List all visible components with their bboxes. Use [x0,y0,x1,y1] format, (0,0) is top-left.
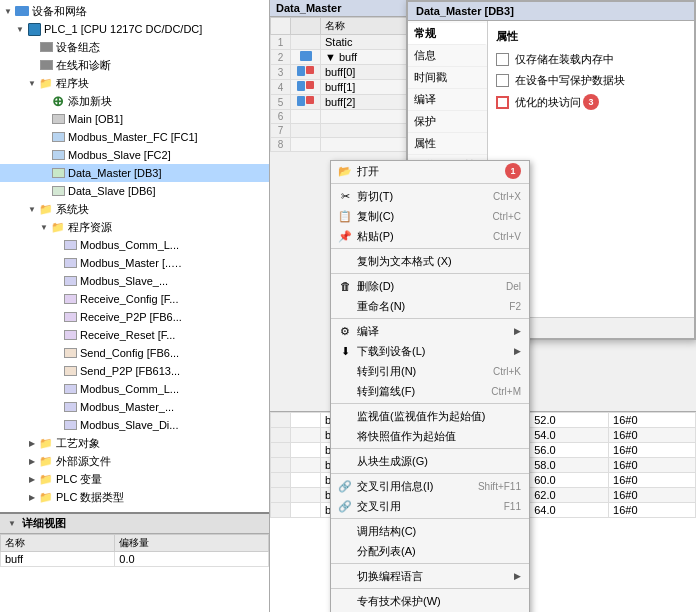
tree-item-modbus-comm-2[interactable]: Modbus_Comm_L... [0,380,269,398]
tree-item-data-slave-db6[interactable]: Data_Slave [DB6] [0,182,269,200]
db3-sidebar-编译[interactable]: 编译 [408,89,487,111]
tree-arrow-devices[interactable] [2,5,14,17]
cm-label-call-structure: 调用结构(C) [357,524,521,539]
lower-row-start: 16#0 [609,443,696,458]
cm-item-cross-ref[interactable]: 🔗交叉引用F11 [331,496,529,516]
row-number: 2 [271,50,291,65]
db3-checkbox-only-in-device[interactable] [496,53,509,66]
tree-item-data-master-db3[interactable]: Data_Master [DB3] [0,164,269,182]
tree-item-modbus-slave-fc2[interactable]: Modbus_Slave [FC2] [0,146,269,164]
cm-submenu-arrow-compile: ▶ [514,326,521,336]
tree-item-plc-data-types[interactable]: 📁PLC 数据类型 [0,488,269,506]
tree-item-receive-p2p[interactable]: Receive_P2P [FB6... [0,308,269,326]
tree-item-main-ob1[interactable]: Main [OB1] [0,110,269,128]
row-number: 1 [271,35,291,50]
tree-item-devices[interactable]: 设备和网络 [0,2,269,20]
tree-item-device-config[interactable]: 设备组态 [0,38,269,56]
tree-item-modbus-master-fc1[interactable]: Modbus_Master_FC [FC1] [0,128,269,146]
tree-item-add-new[interactable]: ⊕添加新块 [0,92,269,110]
db3-sidebar-常规[interactable]: 常规 [408,23,487,45]
tree-arrow-plc-data-types[interactable] [26,491,38,503]
tree-item-program-resources[interactable]: 📁程序资源 [0,218,269,236]
lower-row-num [271,488,291,503]
tree-label-receive-reset: Receive_Reset [F... [80,329,175,341]
tree-item-plc1[interactable]: PLC_1 [CPU 1217C DC/DC/DC] [0,20,269,38]
cm-submenu-arrow-switch-lang: ▶ [514,571,521,581]
db3-checkbox-optimize-access[interactable] [496,96,509,109]
cm-icon-cross-ref: 🔗 [337,498,353,514]
tree-item-online-diag[interactable]: 在线和诊断 [0,56,269,74]
cm-item-goto[interactable]: 转到引用(N)Ctrl+K [331,361,529,381]
cm-item-special-protect[interactable]: 专有技术保护(W) [331,591,529,611]
cm-icon-compile: ⚙ [337,323,353,339]
cm-icon-goto-line [337,383,353,399]
cm-item-switch-lang[interactable]: 切换编程语言▶ [331,566,529,586]
cm-sep-after-cross-ref [331,518,529,519]
cm-item-download[interactable]: ⬇下载到设备(L)▶ [331,341,529,361]
cm-sep-after-goto-line [331,403,529,404]
tree-item-modbus-master-2[interactable]: Modbus_Master_... [0,398,269,416]
cm-item-copy[interactable]: 📋复制(C)Ctrl+C [331,206,529,226]
tree-item-plc-variables[interactable]: 📁PLC 变量 [0,470,269,488]
tree-arrow-program-resources[interactable] [38,221,50,233]
cm-item-open[interactable]: 📂打开1 [331,161,529,181]
tree-item-ext-files[interactable]: 📁外部源文件 [0,452,269,470]
tree-item-receive-config[interactable]: Receive_Config [F... [0,290,269,308]
col-num [271,18,291,35]
tree-item-modbus-slave-1[interactable]: Modbus_Slave_... [0,272,269,290]
tree-item-tech-objects[interactable]: 📁工艺对象 [0,434,269,452]
tree-icon-online-diag [38,57,54,73]
cm-shortcut-delete: Del [506,281,521,292]
cm-sep-after-open [331,183,529,184]
lower-row-start: 16#0 [609,413,696,428]
tree-arrow-programs[interactable] [26,77,38,89]
cm-item-call-structure[interactable]: 调用结构(C) [331,521,529,541]
tree-item-modbus-slave-2[interactable]: Modbus_Slave_Di... [0,416,269,434]
lower-row-start: 16#0 [609,428,696,443]
cm-item-from-block[interactable]: 从块生成源(G) [331,451,529,471]
cm-item-goto-line[interactable]: 转到篇线(F)Ctrl+M [331,381,529,401]
project-tree: 设备和网络PLC_1 [CPU 1217C DC/DC/DC]设备组态在线和诊断… [0,0,269,508]
tree-item-send-p2p[interactable]: Send_P2P [FB613... [0,362,269,380]
tree-item-system-blocks[interactable]: 📁系统块 [0,200,269,218]
tree-item-receive-reset[interactable]: Receive_Reset [F... [0,326,269,344]
tree-icon-plc1 [26,21,42,37]
lower-row-offset: 56.0 [530,443,609,458]
cm-label-cross-ref: 交叉引用 [357,499,496,514]
cm-item-compile[interactable]: ⚙编译▶ [331,321,529,341]
cm-item-assign-list[interactable]: 分配列表(A) [331,541,529,561]
cm-item-delete[interactable]: 🗑删除(D)Del [331,276,529,296]
tree-arrow-plc-variables[interactable] [26,473,38,485]
lower-row-num [271,413,291,428]
cm-item-cross-ref-info[interactable]: 🔗交叉引用信息(I)Shift+F11 [331,476,529,496]
cm-item-copy-text[interactable]: 复制为文本格式 (X) [331,251,529,271]
cm-item-cut[interactable]: ✂剪切(T)Ctrl+X [331,186,529,206]
tree-arrow-tech-objects[interactable] [26,437,38,449]
tree-item-programs[interactable]: 📁程序块 [0,74,269,92]
cm-item-rename[interactable]: 重命名(N)F2 [331,296,529,316]
cm-item-monitor[interactable]: 监视值(监视值作为起始值) [331,406,529,426]
cm-icon-delete: 🗑 [337,278,353,294]
tree-item-send-config[interactable]: Send_Config [FB6... [0,344,269,362]
db3-sidebar-保护[interactable]: 保护 [408,111,487,133]
tree-arrow-system-blocks[interactable] [26,203,38,215]
lower-row-start: 16#0 [609,488,696,503]
tree-item-modbus-comm-1[interactable]: Modbus_Comm_L... [0,236,269,254]
db3-checkbox-write-protect[interactable] [496,74,509,87]
db3-checkbox-row-optimize-access: 优化的块访问3 [496,94,686,110]
cm-label-download: 下载到设备(L) [357,344,510,359]
cm-item-paste[interactable]: 📌粘贴(P)Ctrl+V [331,226,529,246]
tree-item-modbus-master-1[interactable]: Modbus_Master [..… [0,254,269,272]
cm-item-snapshot[interactable]: 将快照值作为起始值 [331,426,529,446]
db3-sidebar-信息[interactable]: 信息 [408,45,487,67]
tree-label-device-config: 设备组态 [56,40,100,55]
db3-sidebar-属性[interactable]: 属性 [408,133,487,155]
tree-arrow-ext-files[interactable] [26,455,38,467]
tree-label-ext-files: 外部源文件 [56,454,111,469]
detail-view-arrow[interactable] [6,518,18,530]
tree-arrow-plc1[interactable] [14,23,26,35]
cm-sep-after-snapshot [331,448,529,449]
db3-sidebar-时间戳[interactable]: 时间戳 [408,67,487,89]
detail-row[interactable]: buff0.0 [1,552,269,567]
lower-row-offset: 58.0 [530,458,609,473]
